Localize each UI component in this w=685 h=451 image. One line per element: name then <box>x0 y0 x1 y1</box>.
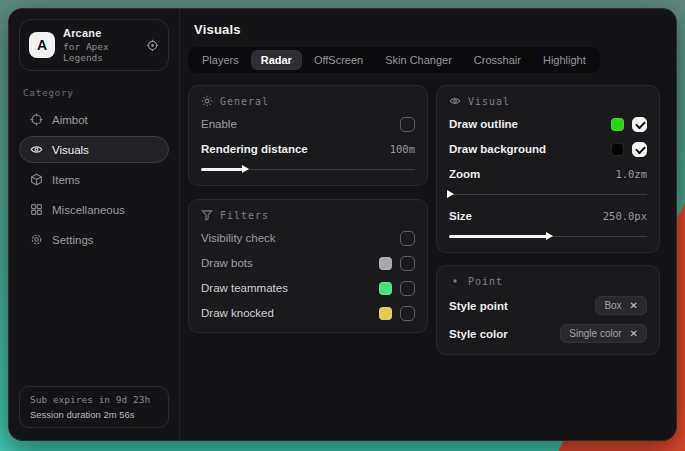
slider-thumb[interactable] <box>242 165 249 173</box>
style-point-row: Style point Box ✕ <box>449 296 647 315</box>
size-label: Size <box>449 210 603 222</box>
style-color-row: Style color Single color ✕ <box>449 324 647 343</box>
rendering-distance-value: 100m <box>390 143 415 155</box>
draw-teammates-color-swatch[interactable] <box>379 282 392 295</box>
sidebar-item-label: Miscellaneous <box>52 204 125 216</box>
sidebar-item-label: Items <box>52 174 80 186</box>
enable-checkbox[interactable] <box>400 117 415 132</box>
slider-thumb[interactable] <box>546 232 553 240</box>
size-slider[interactable] <box>449 231 647 241</box>
tab-players[interactable]: Players <box>192 50 249 70</box>
sidebar: A Arcane for Apex Legends Category <box>9 9 180 440</box>
panel-general: General Enable Rendering distance 100m <box>188 85 428 186</box>
draw-knocked-row: Draw knocked <box>201 305 415 321</box>
sidebar-item-settings[interactable]: Settings <box>19 226 169 253</box>
zoom-label: Zoom <box>449 168 615 180</box>
tab-crosshair[interactable]: Crosshair <box>464 50 531 70</box>
box-icon <box>30 173 43 186</box>
draw-bots-color-swatch[interactable] <box>379 257 392 270</box>
point-icon <box>449 275 461 287</box>
draw-background-checkbox[interactable] <box>632 142 647 157</box>
sidebar-item-items[interactable]: Items <box>19 166 169 193</box>
enable-label: Enable <box>201 118 400 130</box>
draw-outline-checkbox[interactable] <box>632 117 647 132</box>
sidebar-item-miscellaneous[interactable]: Miscellaneous <box>19 196 169 223</box>
enable-row: Enable <box>201 116 415 132</box>
style-color-select[interactable]: Single color ✕ <box>560 324 647 343</box>
app-title-block: Arcane for Apex Legends <box>63 27 138 63</box>
app-header-card: A Arcane for Apex Legends <box>19 19 169 71</box>
zoom-slider[interactable] <box>449 189 647 199</box>
panel-point: Point Style point Box ✕ Style color Sing… <box>436 265 660 355</box>
draw-teammates-checkbox[interactable] <box>400 281 415 296</box>
size-value: 250.0px <box>603 210 647 222</box>
page-title: Visuals <box>194 22 662 37</box>
app-name: Arcane <box>63 27 138 39</box>
draw-bots-label: Draw bots <box>201 257 379 269</box>
panel-filters: Filters Visibility check Draw bots Draw … <box>188 199 428 333</box>
zoom-row: Zoom 1.0zm <box>449 166 647 182</box>
tab-highlight[interactable]: Highlight <box>533 50 596 70</box>
tab-skin-changer[interactable]: Skin Changer <box>375 50 462 70</box>
crosshair-icon <box>30 113 43 126</box>
panel-visual-header: Visual <box>449 95 647 107</box>
draw-teammates-label: Draw teammates <box>201 282 379 294</box>
gear-icon <box>30 233 43 246</box>
app-logo: A <box>29 32 55 58</box>
tab-offscreen[interactable]: OffScreen <box>304 50 373 70</box>
zoom-value: 1.0zm <box>615 168 647 180</box>
visibility-check-row: Visibility check <box>201 230 415 246</box>
app-subtitle: for Apex Legends <box>63 41 138 63</box>
app-window: A Arcane for Apex Legends Category <box>8 8 677 441</box>
page-header: Visuals <box>180 9 676 46</box>
grid-icon <box>30 203 43 216</box>
sub-expires-text: Sub expires in 9d 23h <box>30 394 158 405</box>
rendering-distance-label: Rendering distance <box>201 143 390 155</box>
panel-point-header: Point <box>449 275 647 287</box>
remove-icon[interactable]: ✕ <box>630 301 638 311</box>
style-point-select[interactable]: Box ✕ <box>595 296 647 315</box>
draw-outline-color-swatch[interactable] <box>611 118 624 131</box>
draw-background-color-swatch[interactable] <box>611 143 624 156</box>
draw-outline-label: Draw outline <box>449 118 611 130</box>
sidebar-item-label: Settings <box>52 234 94 246</box>
draw-knocked-checkbox[interactable] <box>400 306 415 321</box>
remove-icon[interactable]: ✕ <box>630 329 638 339</box>
visibility-check-checkbox[interactable] <box>400 231 415 246</box>
target-icon[interactable] <box>146 39 159 52</box>
style-color-label: Style color <box>449 328 560 340</box>
style-point-label: Style point <box>449 300 595 312</box>
rendering-distance-slider[interactable] <box>201 164 415 174</box>
sidebar-item-label: Visuals <box>52 144 89 156</box>
visibility-check-label: Visibility check <box>201 232 400 244</box>
draw-background-row: Draw background <box>449 141 647 157</box>
panel-filters-header: Filters <box>201 209 415 221</box>
funnel-icon <box>201 209 213 221</box>
draw-teammates-row: Draw teammates <box>201 280 415 296</box>
tab-bar: Players Radar OffScreen Skin Changer Cro… <box>188 47 600 73</box>
draw-knocked-color-swatch[interactable] <box>379 307 392 320</box>
subscription-card: Sub expires in 9d 23h Session duration 2… <box>19 386 169 428</box>
sun-icon <box>201 95 213 107</box>
slider-thumb[interactable] <box>447 190 454 198</box>
sidebar-item-label: Aimbot <box>52 114 88 126</box>
sidebar-item-aimbot[interactable]: Aimbot <box>19 106 169 133</box>
draw-knocked-label: Draw knocked <box>201 307 379 319</box>
category-label: Category <box>23 87 165 98</box>
tab-radar[interactable]: Radar <box>251 50 302 70</box>
draw-background-label: Draw background <box>449 143 611 155</box>
content-area: General Enable Rendering distance 100m <box>180 73 676 440</box>
size-row: Size 250.0px <box>449 208 647 224</box>
panel-general-header: General <box>201 95 415 107</box>
eye-icon <box>449 95 461 107</box>
sidebar-nav: Aimbot Visuals Items <box>19 106 169 253</box>
draw-outline-row: Draw outline <box>449 116 647 132</box>
session-duration-text: Session duration 2m 56s <box>30 409 158 420</box>
draw-bots-checkbox[interactable] <box>400 256 415 271</box>
panel-visual: Visual Draw outline Draw background Zoom <box>436 85 660 253</box>
sidebar-item-visuals[interactable]: Visuals <box>19 136 169 163</box>
rendering-distance-row: Rendering distance 100m <box>201 141 415 157</box>
main-panel: Visuals Players Radar OffScreen Skin Cha… <box>180 9 676 440</box>
draw-bots-row: Draw bots <box>201 255 415 271</box>
eye-icon <box>30 143 43 156</box>
